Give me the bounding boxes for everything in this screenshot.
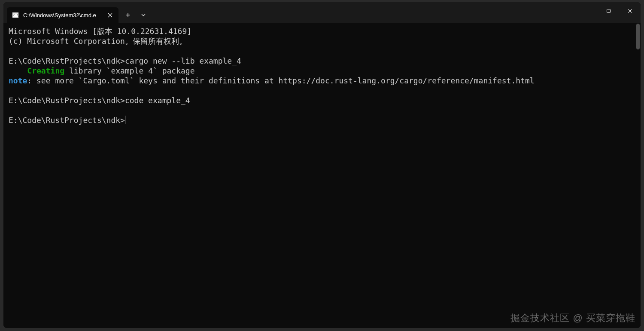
svg-text:C:\: C:\ [13,14,19,17]
terminal-area[interactable]: Microsoft Windows [版本 10.0.22631.4169] (… [3,23,641,328]
terminal-content: Microsoft Windows [版本 10.0.22631.4169] (… [3,23,641,129]
tab-close-button[interactable] [106,11,114,19]
minimize-button[interactable] [576,2,598,19]
terminal-output: : see more `Cargo.toml` keys and their d… [27,76,534,85]
tab-dropdown-button[interactable] [136,7,151,23]
cursor [125,116,125,124]
scrollbar[interactable] [635,23,641,328]
tab-cmd[interactable]: C:\ C:\Windows\System32\cmd.e [7,7,118,23]
window-close-button[interactable] [619,2,641,19]
scrollbar-thumb[interactable] [636,24,640,49]
tab-title: C:\Windows\System32\cmd.e [23,12,101,18]
terminal-indent [9,66,27,75]
tab-area: C:\ C:\Windows\System32\cmd.e [3,2,151,23]
terminal-command: cargo new --lib example_4 [125,56,241,65]
titlebar: C:\ C:\Windows\System32\cmd.e [3,2,641,23]
cmd-icon: C:\ [12,12,19,18]
maximize-button[interactable] [598,2,619,19]
new-tab-button[interactable] [120,7,136,23]
terminal-output: library `example_4` package [64,66,194,75]
terminal-window: C:\ C:\Windows\System32\cmd.e [3,2,641,328]
terminal-prompt: E:\Code\RustProjects\ndk> [9,116,125,125]
terminal-command: code example_4 [125,96,190,105]
window-controls [576,2,641,19]
terminal-prompt: E:\Code\RustProjects\ndk> [9,96,125,105]
svg-rect-3 [607,9,610,12]
terminal-note-label: note [9,76,27,85]
terminal-line: Microsoft Windows [版本 10.0.22631.4169] [9,27,191,36]
terminal-status-creating: Creating [27,66,64,75]
terminal-line: (c) Microsoft Corporation。保留所有权利。 [9,37,187,46]
watermark: 掘金技术社区 @ 买菜穿拖鞋 [510,312,635,325]
terminal-prompt: E:\Code\RustProjects\ndk> [9,56,125,65]
